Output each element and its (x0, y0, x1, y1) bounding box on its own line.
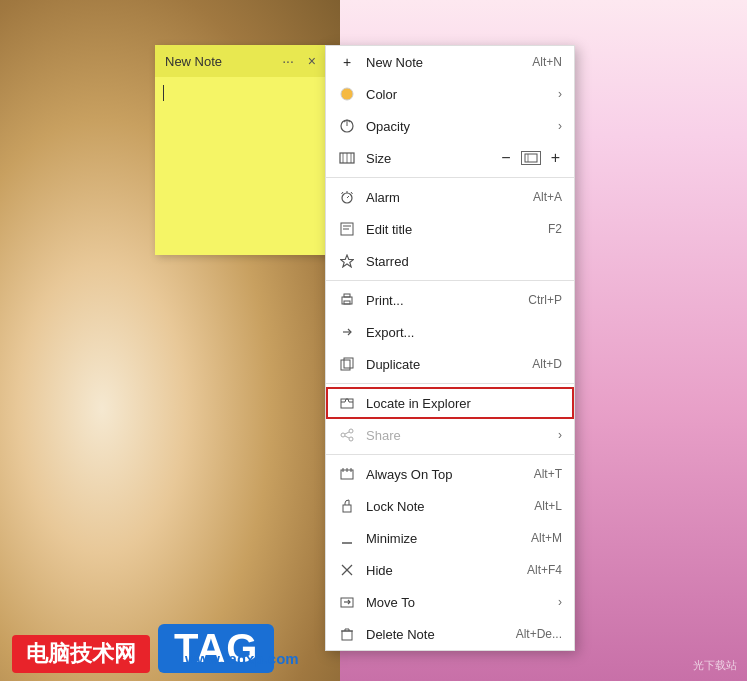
color-icon (338, 85, 356, 103)
size-controls: − + (499, 149, 562, 167)
svg-line-14 (342, 192, 344, 194)
hide-label: Hide (366, 563, 517, 578)
svg-line-15 (351, 192, 353, 194)
duplicate-label: Duplicate (366, 357, 522, 372)
menu-item-minimize[interactable]: Minimize Alt+M (326, 522, 574, 554)
hide-icon (338, 561, 356, 579)
edit-title-icon (338, 220, 356, 238)
share-arrow: › (558, 428, 562, 442)
new-note-icon: + (338, 53, 356, 71)
move-to-icon (338, 593, 356, 611)
alarm-icon (338, 188, 356, 206)
menu-item-starred[interactable]: Starred (326, 245, 574, 277)
print-shortcut: Ctrl+P (528, 293, 562, 307)
duplicate-icon (338, 355, 356, 373)
menu-item-export[interactable]: Export... (326, 316, 574, 348)
sticky-body[interactable] (155, 77, 330, 255)
starred-label: Starred (366, 254, 562, 269)
menu-item-always-on-top[interactable]: Always On Top Alt+T (326, 458, 574, 490)
locate-label: Locate in Explorer (366, 396, 562, 411)
svg-rect-26 (341, 399, 353, 408)
move-to-label: Move To (366, 595, 548, 610)
sticky-title: New Note (165, 54, 222, 69)
export-label: Export... (366, 325, 562, 340)
always-on-top-icon (338, 465, 356, 483)
minimize-shortcut: Alt+M (531, 531, 562, 545)
divider-3 (326, 383, 574, 384)
minimize-label: Minimize (366, 531, 521, 546)
hide-shortcut: Alt+F4 (527, 563, 562, 577)
svg-point-29 (349, 437, 353, 441)
menu-item-size[interactable]: Size − + (326, 142, 574, 174)
menu-item-duplicate[interactable]: Duplicate Alt+D (326, 348, 574, 380)
svg-rect-21 (344, 294, 350, 297)
menu-item-locate[interactable]: Locate in Explorer (326, 387, 574, 419)
svg-point-0 (341, 88, 353, 100)
svg-marker-19 (341, 255, 354, 267)
share-icon (338, 426, 356, 444)
lock-note-label: Lock Note (366, 499, 524, 514)
delete-note-shortcut: Alt+De... (516, 627, 562, 641)
svg-line-30 (345, 432, 349, 434)
export-icon (338, 323, 356, 341)
divider-2 (326, 280, 574, 281)
text-cursor (163, 85, 164, 101)
print-icon (338, 291, 356, 309)
move-to-arrow: › (558, 595, 562, 609)
opacity-icon (338, 117, 356, 135)
size-increase-button[interactable]: + (549, 149, 562, 167)
opacity-label: Opacity (366, 119, 548, 134)
starred-icon (338, 252, 356, 270)
menu-item-move-to[interactable]: Move To › (326, 586, 574, 618)
print-label: Print... (366, 293, 518, 308)
menu-item-print[interactable]: Print... Ctrl+P (326, 284, 574, 316)
lock-note-shortcut: Alt+L (534, 499, 562, 513)
menu-item-color[interactable]: Color › (326, 78, 574, 110)
menu-item-new-note[interactable]: + New Note Alt+N (326, 46, 574, 78)
menu-item-delete-note[interactable]: Delete Note Alt+De... (326, 618, 574, 650)
more-button[interactable]: ··· (278, 51, 298, 71)
svg-line-31 (345, 436, 349, 438)
divider-4 (326, 454, 574, 455)
sticky-header: New Note ··· × (155, 45, 330, 77)
svg-rect-9 (525, 154, 537, 162)
always-on-top-label: Always On Top (366, 467, 524, 482)
close-button[interactable]: × (304, 51, 320, 71)
alarm-label: Alarm (366, 190, 523, 205)
svg-line-13 (347, 196, 349, 198)
new-note-shortcut: Alt+N (532, 55, 562, 69)
menu-item-hide[interactable]: Hide Alt+F4 (326, 554, 574, 586)
svg-point-27 (349, 429, 353, 433)
size-decrease-button[interactable]: − (499, 149, 512, 167)
delete-note-label: Delete Note (366, 627, 506, 642)
minimize-icon (338, 529, 356, 547)
menu-item-edit-title[interactable]: Edit title F2 (326, 213, 574, 245)
divider-1 (326, 177, 574, 178)
size-label: Size (366, 151, 489, 166)
svg-rect-36 (343, 505, 351, 512)
duplicate-shortcut: Alt+D (532, 357, 562, 371)
size-icon (338, 149, 356, 167)
color-label: Color (366, 87, 548, 102)
menu-item-lock-note[interactable]: Lock Note Alt+L (326, 490, 574, 522)
menu-item-share: Share › (326, 419, 574, 451)
edit-title-shortcut: F2 (548, 222, 562, 236)
sticky-note: New Note ··· × (155, 45, 330, 255)
color-arrow: › (558, 87, 562, 101)
delete-icon (338, 625, 356, 643)
svg-rect-22 (344, 301, 350, 304)
alarm-shortcut: Alt+A (533, 190, 562, 204)
share-label: Share (366, 428, 548, 443)
lock-icon (338, 497, 356, 515)
menu-item-alarm[interactable]: Alarm Alt+A (326, 181, 574, 213)
menu-item-opacity[interactable]: Opacity › (326, 110, 574, 142)
edit-title-label: Edit title (366, 222, 538, 237)
sticky-controls: ··· × (278, 51, 320, 71)
size-indicator (521, 151, 541, 165)
always-on-top-shortcut: Alt+T (534, 467, 562, 481)
locate-icon (338, 394, 356, 412)
svg-rect-42 (342, 631, 352, 640)
new-note-label: New Note (366, 55, 522, 70)
context-menu: + New Note Alt+N Color › Opacity › (325, 45, 575, 651)
svg-point-28 (341, 433, 345, 437)
